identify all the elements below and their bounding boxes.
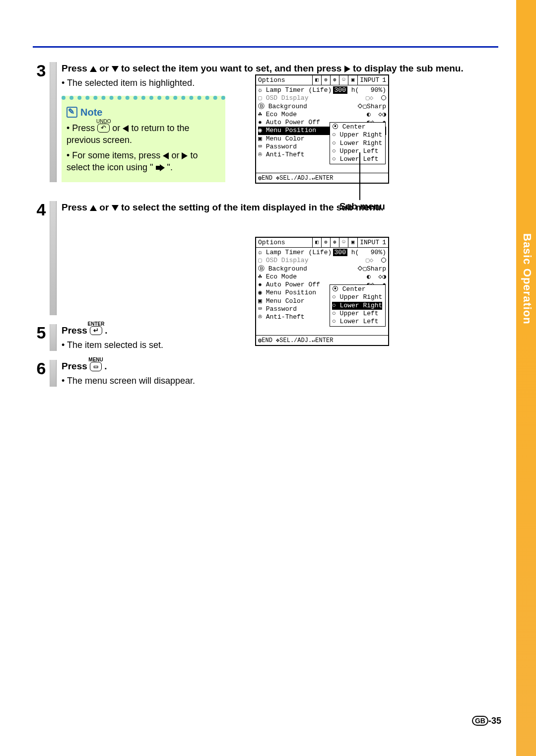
text: Press xyxy=(62,361,90,371)
text: OSD Display xyxy=(266,94,309,102)
note-label: Note xyxy=(80,106,102,119)
osd-tabs: ◧⊚⊛☺▣ xyxy=(312,238,357,247)
step-gutter xyxy=(50,360,57,387)
osd-row-osd-display: ▢ OSD Display▢◇ xyxy=(258,94,386,102)
text: ENTER xyxy=(315,337,333,344)
text: The selected item is highlighted. xyxy=(67,78,195,88)
osd-submenu-item-highlighted: ○ Lower Right xyxy=(332,302,382,310)
text: 90%) xyxy=(371,249,386,256)
left-arrow-icon xyxy=(123,122,129,134)
text: to display the sub menu. xyxy=(353,63,464,73)
step-gutter xyxy=(50,62,57,182)
step-body: Press MENU . • The menu screen will disa… xyxy=(59,360,498,387)
text: -35 xyxy=(488,716,501,726)
down-arrow-icon xyxy=(112,201,119,214)
text: h( xyxy=(351,249,359,256)
text: Background xyxy=(268,265,307,273)
text: Auto Power Off xyxy=(266,119,320,126)
note-icon xyxy=(67,107,77,118)
down-arrow-icon xyxy=(112,62,119,75)
text: 300 xyxy=(333,249,347,256)
text: Press xyxy=(72,123,97,133)
undo-button-icon: UNDO xyxy=(97,124,110,133)
key-caption: UNDO xyxy=(96,118,111,125)
note-box: Note • Press UNDO or to return to the pr… xyxy=(62,96,225,182)
osd-header: Options ◧⊚⊛☺▣ INPUT1 xyxy=(256,75,388,85)
key-caption: ENTER xyxy=(88,320,105,328)
right-arrow-icon xyxy=(182,149,188,161)
callout-line xyxy=(359,152,360,200)
text: Sharp xyxy=(367,103,386,110)
osd-screenshot-step3: Options ◧⊚⊛☺▣ INPUT1 ☼ Lamp Timer (Life)… xyxy=(255,74,389,184)
up-arrow-icon xyxy=(90,201,97,214)
text: Sharp xyxy=(367,265,386,273)
text: 90%) xyxy=(371,86,386,94)
text: or xyxy=(112,123,123,133)
text: Lamp Timer (Life) xyxy=(266,249,332,256)
text: Press xyxy=(62,325,90,336)
text: SEL./ADJ. xyxy=(279,175,312,182)
text: Lower Left xyxy=(340,318,379,325)
text: Press xyxy=(62,63,90,73)
step-6: 6 Press MENU . • The menu screen will di… xyxy=(33,360,498,387)
osd-submenu-item: ○ Upper Left xyxy=(332,147,382,155)
osd-footer: ◍END ✥SEL./ADJ.↵ENTER xyxy=(256,173,388,183)
osd-tabs: ◧⊚⊛☺▣ xyxy=(312,75,357,85)
text: Auto Power Off xyxy=(266,281,320,288)
text: The item selected is set. xyxy=(67,340,163,350)
text: SEL./ADJ. xyxy=(279,337,312,344)
step-gutter xyxy=(50,201,57,315)
note-title: Note xyxy=(67,106,220,119)
text: Center xyxy=(342,123,366,131)
text: Background xyxy=(268,103,307,110)
section-tab-label: Basic Operation xyxy=(521,233,534,325)
text: Upper Right xyxy=(340,293,383,301)
text: Eco Mode xyxy=(266,273,297,280)
osd-row-lamp: ☼ Lamp Timer (Life)300 h( 90%) xyxy=(258,86,386,94)
text: to select the item you want to set, and … xyxy=(121,63,344,73)
osd-submenu-item: ⦿ Center xyxy=(332,285,382,293)
header-rule xyxy=(33,46,498,48)
osd-submenu-item: ○ Upper Right xyxy=(332,293,382,301)
step-body: Press or to select the setting of the it… xyxy=(59,201,498,214)
osd-row-eco: ☘ Eco Mode◐ ◇◑ xyxy=(258,273,386,281)
osd-title: Options xyxy=(256,75,312,85)
page-number: GB-35 xyxy=(472,716,501,726)
osd-footer: ◍END ✥SEL./ADJ.↵ENTER xyxy=(256,335,388,345)
text: Anti-Theft xyxy=(266,313,305,321)
enter-button-icon: ENTER xyxy=(90,326,102,335)
page-lang: GB xyxy=(472,716,488,726)
key-caption: MENU xyxy=(88,356,103,363)
osd-input-indicator: INPUT1 xyxy=(357,238,388,247)
step-title: Press MENU . xyxy=(62,360,498,373)
submenu-callout-label: Sub menu xyxy=(339,201,385,212)
osd-submenu-item: ○ Lower Right xyxy=(332,139,382,147)
text: Lower Right xyxy=(340,302,383,309)
step-subtext: • The menu screen will disappear. xyxy=(62,375,498,387)
left-arrow-icon xyxy=(163,149,169,161)
text: Password xyxy=(266,305,297,313)
osd-row-lamp: ☼ Lamp Timer (Life)300 h( 90%) xyxy=(258,249,386,257)
note-line: • For some items, press or to select the… xyxy=(67,149,220,174)
text: INPUT xyxy=(360,76,379,84)
osd-row-background: Ⓑ Background▢Sharp xyxy=(258,265,386,273)
osd-input-indicator: INPUT1 xyxy=(357,75,388,85)
text: Anti-Theft xyxy=(266,151,305,158)
text: or xyxy=(99,63,111,73)
text: h( xyxy=(351,86,359,94)
text: ENTER xyxy=(315,175,333,182)
text: END xyxy=(262,337,272,344)
text: Password xyxy=(266,143,297,150)
step-title: Press or to select the setting of the it… xyxy=(62,201,498,214)
text: Upper Right xyxy=(340,131,383,138)
osd-row-osd-display: ▢ OSD Display▢◇ xyxy=(258,257,386,265)
osd-screenshot-step4: Options ◧⊚⊛☺▣ INPUT1 ☼ Lamp Timer (Life)… xyxy=(255,237,389,346)
osd-submenu-item: ○ Upper Right xyxy=(332,131,382,139)
text: INPUT xyxy=(360,239,379,246)
text: For some items, press xyxy=(72,150,163,160)
step-title: Press or to select the item you want to … xyxy=(62,62,498,75)
text: Menu Color xyxy=(266,135,305,142)
text: 1 xyxy=(382,239,386,246)
text: Eco Mode xyxy=(266,111,297,118)
section-tab: Basic Operation xyxy=(516,0,536,756)
